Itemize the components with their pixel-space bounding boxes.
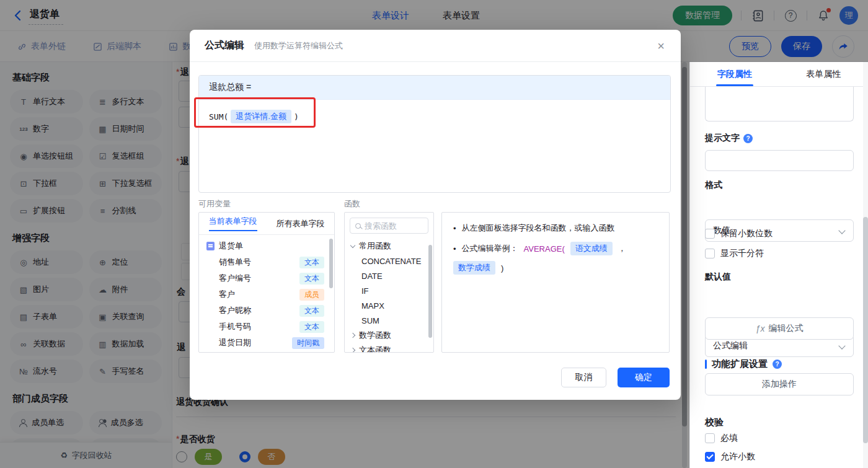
function-search-box (350, 218, 428, 234)
tab-all-form-fields[interactable]: 所有表单字段 (267, 213, 334, 234)
format-label: 格式 (705, 180, 854, 191)
variable-row[interactable]: 客户昵称文本 (199, 302, 334, 319)
function-item[interactable]: MAPX (345, 298, 433, 313)
function-item[interactable]: CONCATENATE (345, 254, 433, 268)
formula-target-label: 退款总额 = (199, 76, 670, 100)
form-doc-icon (206, 242, 215, 250)
chevron-right-icon (350, 333, 355, 338)
properties-panel: 字段属性 表单属性 提示文字? 格式 数值 保留小数位数 显示千分符 默认值 公… (689, 62, 868, 468)
variables-tree-root[interactable]: 退货单 (199, 235, 334, 254)
chevron-down-icon (350, 242, 355, 247)
chevron-right-icon (350, 348, 355, 353)
tab-field-properties[interactable]: 字段属性 (690, 62, 779, 86)
example-chip-2: 数学成绩 (453, 261, 495, 275)
required-checkbox[interactable]: 必填 (705, 433, 854, 444)
example-function-name: AVERAGE( (524, 244, 565, 254)
validation-label: 校验 (705, 417, 854, 428)
variables-label: 可用变量 (198, 198, 231, 210)
variable-row[interactable]: 销售单号文本 (199, 254, 334, 270)
checkbox-icon (705, 229, 715, 239)
thousand-separator-checkbox[interactable]: 显示千分符 (705, 248, 854, 259)
formula-close-paren: ) (294, 112, 299, 121)
edit-formula-button[interactable]: ƒx编辑公式 (705, 317, 854, 340)
fx-icon: ƒx (756, 324, 765, 333)
modal-title: 公式编辑 (205, 39, 244, 52)
function-group-common[interactable]: 常用函数 (345, 239, 433, 254)
type-badge: 时间戳 (292, 337, 324, 349)
extension-settings-label: 功能扩展设置 (712, 358, 768, 370)
field-name-textarea[interactable] (705, 87, 854, 121)
functions-label: 函数 (344, 198, 360, 210)
formula-help-panel: •从左侧面板选择字段名和函数，或输入函数 • 公式编辑举例： AVERAGE( … (441, 212, 670, 353)
formula-editor-modal: 公式编辑 使用数学运算符编辑公式 × 退款总额 = SUM( 退货详情.金额 )… (190, 30, 681, 400)
window-scrollbar-thumb[interactable] (863, 217, 868, 443)
functions-panel: 常用函数 CONCATENATE DATE IF MAPX SUM 数学函数 文… (344, 212, 434, 353)
cancel-button[interactable]: 取消 (561, 368, 606, 387)
type-badge: 文本 (299, 273, 324, 285)
help-tip-1: 从左侧面板选择字段名和函数，或输入函数 (462, 223, 615, 234)
function-item[interactable]: SUM (345, 313, 433, 328)
window-scrollbar-track[interactable] (863, 62, 868, 468)
add-action-button[interactable]: 添加操作 (705, 373, 854, 395)
formula-editor: 退款总额 = SUM( 退货详情.金额 ) (198, 75, 671, 193)
function-item[interactable]: DATE (345, 268, 433, 283)
hint-text-input[interactable] (705, 150, 854, 171)
allow-decimal-checkbox[interactable]: 允许小数 (705, 451, 854, 462)
function-search-input[interactable] (365, 221, 420, 231)
modal-subtitle: 使用数学运算符编辑公式 (254, 40, 343, 51)
variable-row[interactable]: 退货日期时间戳 (199, 335, 334, 351)
variable-row[interactable]: 客户成员 (199, 286, 334, 302)
variables-panel: 当前表单字段 所有表单字段 退货单 销售单号文本 客户编号文本 客户成员 客户昵… (198, 212, 335, 353)
help-tip-2-label: 公式编辑举例： (462, 243, 518, 254)
hint-text-label: 提示文字 (705, 133, 740, 144)
tab-form-properties[interactable]: 表单属性 (779, 62, 868, 86)
extension-help-icon[interactable]: ? (773, 360, 782, 369)
function-item[interactable]: IF (345, 283, 433, 298)
variable-row[interactable]: 手机号码文本 (199, 319, 334, 335)
function-group-text[interactable]: 文本函数 (345, 343, 433, 353)
confirm-button[interactable]: 确定 (618, 368, 670, 387)
formula-function-text: SUM( (209, 112, 228, 121)
keep-decimal-checkbox[interactable]: 保留小数位数 (705, 228, 854, 239)
default-value-label: 默认值 (705, 272, 854, 283)
variables-scrollbar-thumb[interactable] (329, 239, 333, 288)
type-badge: 文本 (299, 321, 324, 333)
functions-scrollbar-thumb[interactable] (428, 245, 432, 338)
type-badge: 文本 (299, 305, 324, 317)
app-root: 退货单 表单设计 表单设置 数据管理 ? 理 表单外链 (0, 0, 868, 468)
checkbox-checked-icon (705, 452, 715, 462)
section-accent-bar (705, 360, 707, 369)
checkbox-icon (705, 433, 715, 443)
type-badge: 文本 (299, 257, 324, 268)
function-group-math[interactable]: 数学函数 (345, 328, 433, 343)
close-icon[interactable]: × (653, 38, 668, 53)
formula-input-area[interactable]: SUM( 退货详情.金额 ) (199, 100, 670, 193)
hint-help-icon[interactable]: ? (743, 134, 753, 143)
example-chip-1: 语文成绩 (570, 242, 613, 255)
tab-current-form-fields[interactable]: 当前表单字段 (199, 213, 267, 234)
checkbox-icon (705, 249, 715, 258)
variable-row[interactable]: 客户编号文本 (199, 270, 334, 286)
search-icon (355, 223, 361, 229)
type-badge: 成员 (299, 289, 324, 301)
formula-field-chip[interactable]: 退货详情.金额 (231, 110, 291, 123)
